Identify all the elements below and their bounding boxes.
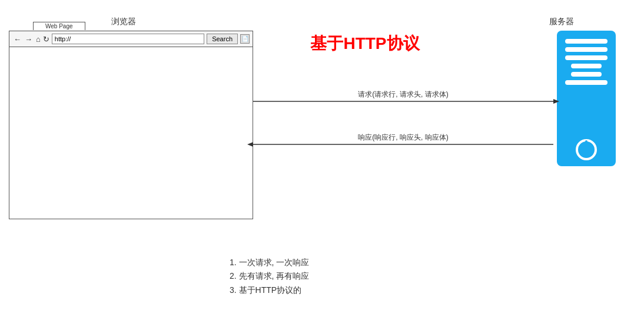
bottom-notes: 1. 一次请求, 一次响应 2. 先有请求, 再有响应 3. 基于HTTP协议的 xyxy=(230,256,309,298)
power-notch xyxy=(585,140,587,147)
browser-tab: Web Page xyxy=(33,22,85,30)
server-line-1 xyxy=(565,39,608,44)
server-line-2 xyxy=(565,47,608,52)
server-line-4 xyxy=(571,64,602,68)
server-label: 服务器 xyxy=(526,17,597,27)
request-label-div: 请求(请求行, 请求头, 请求体) xyxy=(253,90,553,100)
back-button[interactable]: ← xyxy=(12,35,22,44)
server-icon xyxy=(557,31,616,166)
forward-button[interactable]: → xyxy=(24,35,34,44)
http-title: 基于HTTP协议 xyxy=(271,32,459,55)
page-icon: 📄 xyxy=(240,34,250,44)
browser-window: Web Page ← → ⌂ ↻ Search 📄 xyxy=(9,31,253,219)
refresh-icon[interactable]: ↻ xyxy=(43,35,49,44)
note-line-3: 3. 基于HTTP协议的 xyxy=(230,283,309,298)
server-line-3 xyxy=(565,55,608,60)
url-input[interactable] xyxy=(52,34,204,44)
browser-toolbar: ← → ⌂ ↻ Search 📄 xyxy=(9,31,253,47)
note-line-2: 2. 先有请求, 再有响应 xyxy=(230,269,309,283)
response-label-div: 响应(响应行, 响应头, 响应体) xyxy=(253,133,553,143)
note-line-1: 1. 一次请求, 一次响应 xyxy=(230,256,309,270)
nav-arrows: ← → xyxy=(12,35,34,44)
server-power-icon xyxy=(576,139,597,160)
search-button[interactable]: Search xyxy=(207,34,238,44)
diagram-container: 浏览器 Web Page ← → ⌂ ↻ Search 📄 基于HTTP协议 服… xyxy=(0,0,644,333)
server-line-5 xyxy=(571,72,602,77)
home-icon[interactable]: ⌂ xyxy=(36,35,41,44)
server-line-6 xyxy=(565,80,608,85)
